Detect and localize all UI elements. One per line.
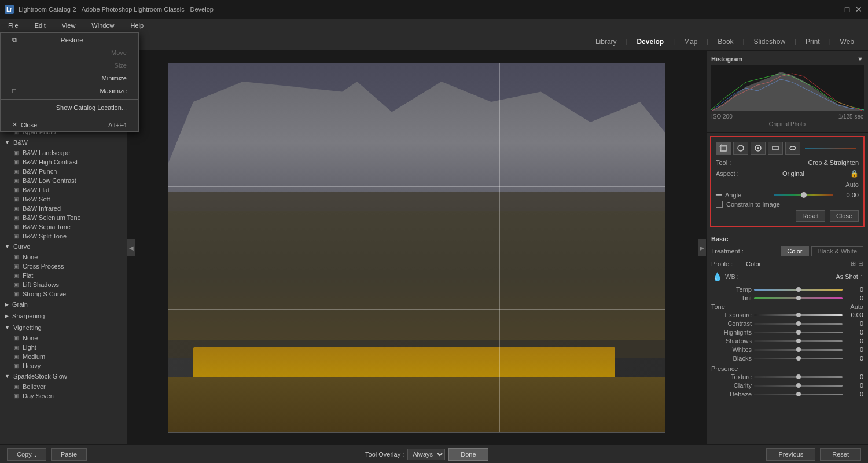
menu-edit[interactable]: Edit [31, 21, 49, 30]
nav-library[interactable]: Library [591, 35, 621, 48]
close-button[interactable]: ✕ [854, 5, 863, 14]
tone-auto[interactable]: Auto [850, 303, 863, 310]
crop-tool-crop[interactable] [716, 142, 731, 155]
nav-map[interactable]: Map [679, 35, 702, 48]
clarity-slider[interactable] [754, 385, 843, 387]
nav-print[interactable]: Print [801, 35, 825, 48]
paste-btn[interactable]: Paste [51, 448, 87, 461]
reset-btn[interactable]: Reset [820, 448, 861, 461]
vignetting-item-light[interactable]: ▣Light [0, 343, 127, 352]
angle-slider[interactable] [774, 194, 833, 196]
previous-btn[interactable]: Previous [766, 448, 815, 461]
dd-close[interactable]: ✕ Close Alt+F4 [1, 118, 138, 131]
bw-item-infrared[interactable]: ▣B&W Infrared [0, 204, 127, 213]
dehaze-thumb[interactable] [796, 392, 801, 396]
vignetting-item-medium[interactable]: ▣Medium [0, 352, 127, 361]
bw-item-landscape[interactable]: ▣B&W Landscape [0, 148, 127, 157]
vignetting-item-heavy[interactable]: ▣Heavy [0, 361, 127, 370]
crop-reset-btn[interactable]: Reset [796, 210, 825, 222]
bw-item-flat[interactable]: ▣B&W Flat [0, 185, 127, 194]
bw-btn[interactable]: Black & White [811, 246, 863, 256]
clarity-thumb[interactable] [796, 383, 801, 388]
section-sharpening-header[interactable]: ▶ Sharpening [0, 310, 127, 322]
bw-item-soft[interactable]: ▣B&W Soft [0, 194, 127, 204]
nav-slideshow[interactable]: Slideshow [749, 35, 790, 48]
bw-item-punch[interactable]: ▣B&W Punch [0, 167, 127, 176]
tint-slider[interactable] [754, 297, 843, 299]
curve-item-strong[interactable]: ▣Strong S Curve [0, 289, 127, 299]
maximize-button[interactable]: □ [843, 5, 852, 14]
shadows-thumb[interactable] [796, 339, 801, 343]
minimize-button[interactable]: — [831, 5, 840, 14]
photo-container[interactable]: ◀ ▶ [127, 51, 706, 444]
overlay-select[interactable]: Always Never Auto [407, 449, 445, 460]
temp-thumb[interactable] [796, 287, 801, 292]
auto-label[interactable]: Auto [845, 181, 859, 188]
tint-thumb[interactable] [796, 296, 801, 300]
left-panel-toggle[interactable]: ◀ [127, 239, 135, 256]
curve-item-cross[interactable]: ▣Cross Process [0, 262, 127, 271]
highlights-slider[interactable] [754, 332, 843, 333]
sparkle-item-day-seven[interactable]: ▣Day Seven [0, 391, 127, 400]
blacks-thumb[interactable] [796, 356, 801, 361]
done-btn[interactable]: Done [448, 448, 488, 461]
highlights-thumb[interactable] [796, 330, 801, 335]
crop-tool-rect[interactable] [768, 142, 783, 155]
dd-show-catalog[interactable]: Show Catalog Location... [1, 101, 138, 114]
section-grain-header[interactable]: ▶ Grain [0, 299, 127, 310]
bw-item-split-tone[interactable]: ▣B&W Split Tone [0, 232, 127, 241]
texture-slider[interactable] [754, 376, 843, 378]
bw-item-high-contrast[interactable]: ▣B&W High Contrast [0, 157, 127, 167]
vignetting-item-none[interactable]: ▣None [0, 333, 127, 343]
blacks-slider[interactable] [754, 358, 843, 359]
crop-tool-radial[interactable] [751, 142, 766, 155]
menu-help[interactable]: Help [127, 21, 147, 30]
dd-minimize[interactable]: — Minimize [1, 72, 138, 84]
color-btn[interactable]: Color [781, 246, 808, 256]
profile-grid-icon[interactable]: ⊞ [851, 260, 856, 267]
sparkle-item-believer[interactable]: ▣Believer [0, 382, 127, 391]
right-panel-toggle[interactable]: ▶ [698, 239, 706, 256]
item-icon: ▣ [14, 196, 19, 202]
crop-tool-ellipse[interactable] [785, 142, 800, 155]
menu-window[interactable]: Window [88, 21, 117, 30]
curve-item-lift[interactable]: ▣Lift Shadows [0, 280, 127, 289]
item-icon: ▣ [14, 363, 19, 369]
dd-maximize[interactable]: □ Maximize [1, 84, 138, 97]
histogram-expand-icon[interactable]: ▼ [857, 56, 863, 63]
whites-slider[interactable] [754, 349, 843, 351]
crop-tool-circle[interactable] [733, 142, 748, 155]
section-bw-header[interactable]: ▼ B&W [0, 137, 127, 148]
lock-icon[interactable]: 🔒 [850, 170, 859, 178]
constrain-checkbox[interactable] [716, 201, 723, 208]
crop-close-btn[interactable]: Close [830, 210, 859, 222]
menu-file[interactable]: File [5, 21, 22, 30]
nav-develop[interactable]: Develop [632, 35, 668, 48]
curve-item-flat[interactable]: ▣Flat [0, 271, 127, 280]
whites-thumb[interactable] [796, 347, 801, 352]
bw-item-sepia[interactable]: ▣B&W Sepia Tone [0, 222, 127, 232]
copy-btn[interactable]: Copy... [7, 448, 46, 461]
section-vignetting-header[interactable]: ▼ Vignetting [0, 322, 127, 333]
curve-item-none[interactable]: ▣None [0, 252, 127, 262]
angle-thumb[interactable] [801, 192, 807, 198]
texture-thumb[interactable] [796, 374, 801, 379]
contrast-thumb[interactable] [796, 321, 801, 326]
contrast-slider[interactable] [754, 323, 843, 325]
profile-expand-icon[interactable]: ⊟ [858, 260, 863, 267]
exposure-slider[interactable] [754, 314, 843, 316]
exposure-thumb[interactable] [796, 313, 801, 317]
wb-picker-icon[interactable]: 💧 [711, 271, 723, 282]
section-curve-header[interactable]: ▼ Curve [0, 241, 127, 252]
nav-book[interactable]: Book [713, 35, 738, 48]
dehaze-slider[interactable] [754, 394, 843, 395]
temp-slider[interactable] [754, 289, 843, 291]
menu-view[interactable]: View [58, 21, 79, 30]
dd-restore[interactable]: ⧉ Restore [1, 33, 138, 46]
bw-item-low-contrast[interactable]: ▣B&W Low Contrast [0, 176, 127, 185]
section-sparkle-header[interactable]: ▼ SparkleStock Glow [0, 370, 127, 382]
bw-item-selenium[interactable]: ▣B&W Selenium Tone [0, 213, 127, 222]
angle-slider-track[interactable] [805, 148, 856, 149]
shadows-slider[interactable] [754, 340, 843, 342]
nav-web[interactable]: Web [836, 35, 859, 48]
